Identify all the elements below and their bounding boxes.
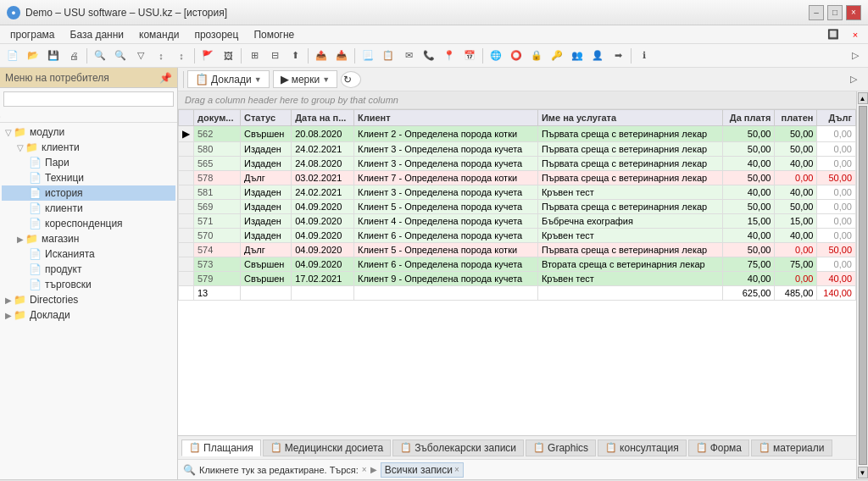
th-status[interactable]: Статус bbox=[240, 110, 291, 126]
sidebar-item-klienti2[interactable]: 📄 клиенти bbox=[2, 201, 175, 216]
menu-commands[interactable]: команди bbox=[132, 27, 186, 42]
tb-phone[interactable]: 📞 bbox=[420, 47, 438, 65]
reports-button[interactable]: 📋 Доклади ▼ bbox=[187, 70, 270, 88]
tb-sort[interactable]: ↕ bbox=[152, 47, 170, 65]
sidebar-item-produkt[interactable]: 📄 продукт bbox=[2, 262, 175, 277]
tb-search[interactable]: 🔍 bbox=[91, 47, 109, 65]
sidebar-search-input[interactable] bbox=[3, 91, 174, 107]
sidebar-item-magazin[interactable]: ▶ 📁 магазин bbox=[2, 231, 175, 246]
menu-window[interactable]: прозорец bbox=[187, 27, 245, 42]
toolbar-sep-1 bbox=[86, 48, 87, 64]
tb-doc[interactable]: 📃 bbox=[359, 47, 377, 65]
table-row[interactable]: 573 Свършен 04.09.2020 Клиент 6 - Опреде… bbox=[179, 257, 856, 272]
table-row[interactable]: 571 Издаден 04.09.2020 Клиент 4 - Опреде… bbox=[179, 214, 856, 229]
th-date[interactable]: Дата на п... bbox=[292, 110, 354, 126]
tab-graphics[interactable]: 📋 Graphics bbox=[526, 440, 596, 456]
table-wrapper[interactable]: докум... Статус Дата на п... Клиент Име … bbox=[178, 109, 856, 435]
tb-arrow[interactable]: ➡ bbox=[609, 47, 627, 65]
tab-konsult[interactable]: 📋 консултация bbox=[598, 440, 687, 456]
tb-flag[interactable]: 🚩 bbox=[198, 47, 217, 65]
table-row[interactable]: 578 Дълг 03.02.2021 Клиент 7 - Определен… bbox=[179, 171, 856, 185]
tab-materiali[interactable]: 📋 материали bbox=[751, 440, 832, 456]
tb-info[interactable]: ℹ bbox=[635, 47, 654, 65]
table-row[interactable]: 569 Издаден 04.09.2020 Клиент 5 - Опреде… bbox=[179, 200, 856, 214]
table-row[interactable]: ▶ 562 Свършен 20.08.2020 Клиент 2 - Опре… bbox=[179, 126, 856, 142]
table-row[interactable]: 579 Свършен 17.02.2021 Клиент 9 - Опреде… bbox=[179, 272, 856, 286]
expand-klienti-icon[interactable]: ▽ bbox=[17, 143, 24, 152]
refresh-button[interactable]: ↻ bbox=[341, 71, 361, 88]
expand-dir-icon[interactable]: ▶ bbox=[5, 296, 12, 305]
table-row[interactable]: 570 Издаден 04.09.2020 Клиент 6 - Опреде… bbox=[179, 229, 856, 243]
th-paid[interactable]: платен bbox=[775, 110, 817, 126]
tb-new[interactable]: 📄 bbox=[3, 47, 22, 65]
sidebar-pin-icon[interactable]: 📌 bbox=[159, 72, 172, 84]
menu-database[interactable]: База данни bbox=[64, 27, 131, 42]
sidebar-item-technici[interactable]: 📄 Техници bbox=[2, 170, 175, 185]
table-row[interactable]: 574 Дълг 04.09.2020 Клиент 5 - Определен… bbox=[179, 243, 856, 257]
th-service[interactable]: Име на услугата bbox=[537, 110, 722, 126]
tb-lock[interactable]: 🔒 bbox=[527, 47, 546, 65]
tb-save[interactable]: 💾 bbox=[44, 47, 63, 65]
measures-button[interactable]: ▶ мерки ▼ bbox=[273, 70, 337, 88]
tb-up[interactable]: ⬆ bbox=[286, 47, 304, 65]
sub-right-btn[interactable]: ▷ bbox=[844, 70, 863, 89]
tb-key[interactable]: 🔑 bbox=[548, 47, 566, 65]
tb-import[interactable]: 📥 bbox=[332, 47, 351, 65]
cell-debt: 0,00 bbox=[817, 126, 856, 142]
sidebar-item-turgovski[interactable]: 📄 търговски bbox=[2, 277, 175, 292]
expand-dok-icon[interactable]: ▶ bbox=[5, 311, 12, 320]
tb-cal[interactable]: 📅 bbox=[460, 47, 479, 65]
sidebar-item-moduli[interactable]: ▽ 📁 модули bbox=[2, 124, 175, 140]
expand-moduli-icon[interactable]: ▽ bbox=[5, 128, 12, 137]
tb-image[interactable]: 🖼 bbox=[219, 47, 237, 65]
sidebar-item-directories[interactable]: ▶ 📁 Directories bbox=[2, 292, 175, 307]
tb-grid2[interactable]: ⊟ bbox=[265, 47, 284, 65]
tb-circle[interactable]: ⭕ bbox=[507, 47, 526, 65]
tb-print[interactable]: 🖨 bbox=[64, 47, 83, 65]
tb-user2[interactable]: 👤 bbox=[588, 47, 607, 65]
sidebar-item-korespondenica[interactable]: 📄 кореспонденция bbox=[2, 216, 175, 231]
table-row[interactable]: 581 Издаден 24.02.2021 Клиент 3 - Опреде… bbox=[179, 185, 856, 200]
menu-programa[interactable]: програма bbox=[3, 27, 62, 42]
menu-help[interactable]: Помогне bbox=[247, 27, 301, 42]
th-debt[interactable]: Дълг bbox=[817, 110, 856, 126]
scrollbar-down-btn[interactable]: ▼ bbox=[858, 467, 868, 478]
scrollbar-thumb[interactable] bbox=[859, 106, 867, 465]
close-app-button[interactable]: × bbox=[846, 25, 865, 44]
tb-mail[interactable]: ✉ bbox=[399, 47, 418, 65]
tb-sort2[interactable]: ↕ bbox=[172, 47, 191, 65]
th-docnum[interactable]: докум... bbox=[194, 110, 241, 126]
restore-button[interactable]: 🔲 bbox=[824, 25, 843, 44]
tb-filter[interactable]: 🔍 bbox=[111, 47, 130, 65]
tb-export[interactable]: 📤 bbox=[312, 47, 331, 65]
filter-close-btn[interactable]: × bbox=[362, 465, 367, 474]
scrollbar-up-btn[interactable]: ▲ bbox=[858, 92, 868, 104]
sidebar-item-iskaniyata[interactable]: 📄 Исканията bbox=[2, 246, 175, 262]
tab-medic[interactable]: 📋 Медицински досиета bbox=[263, 440, 391, 456]
tb-funnel[interactable]: ▽ bbox=[131, 47, 150, 65]
table-row[interactable]: 565 Издаден 24.08.2020 Клиент 3 - Опреде… bbox=[179, 157, 856, 171]
tb-grid[interactable]: ⊞ bbox=[245, 47, 264, 65]
table-row[interactable]: 580 Издаден 24.02.2021 Клиент 3 - Опреде… bbox=[179, 142, 856, 157]
expand-magazin-icon[interactable]: ▶ bbox=[17, 235, 24, 244]
tab-dental[interactable]: 📋 Зъболекарски записи bbox=[392, 440, 524, 456]
tb-doc2[interactable]: 📋 bbox=[379, 47, 398, 65]
sidebar-item-pari[interactable]: 📄 Пари bbox=[2, 155, 175, 170]
sidebar-item-klienti[interactable]: ▽ 📁 клиенти bbox=[2, 140, 175, 155]
sidebar-item-istoria[interactable]: 📄 история bbox=[2, 185, 175, 201]
tb-users[interactable]: 👥 bbox=[568, 47, 587, 65]
tb-right-btn[interactable]: ▷ bbox=[846, 47, 865, 65]
filter-all-close-btn[interactable]: × bbox=[454, 465, 459, 474]
sidebar-item-dokladi[interactable]: ▶ 📁 Доклади bbox=[2, 307, 175, 323]
tb-globe[interactable]: 🌐 bbox=[487, 47, 505, 65]
th-topay[interactable]: Да платя bbox=[722, 110, 774, 126]
tb-map[interactable]: 📍 bbox=[440, 47, 459, 65]
tab-forma[interactable]: 📋 Форма bbox=[688, 440, 749, 456]
filter-all-records[interactable]: Всички записи × bbox=[381, 462, 464, 478]
tb-open[interactable]: 📂 bbox=[24, 47, 42, 65]
maximize-button[interactable]: □ bbox=[827, 5, 843, 20]
th-client[interactable]: Клиент bbox=[354, 110, 538, 126]
minimize-button[interactable]: – bbox=[809, 5, 824, 20]
tab-plaschaniya[interactable]: 📋 Плащания bbox=[181, 440, 261, 456]
close-button[interactable]: × bbox=[846, 5, 861, 20]
